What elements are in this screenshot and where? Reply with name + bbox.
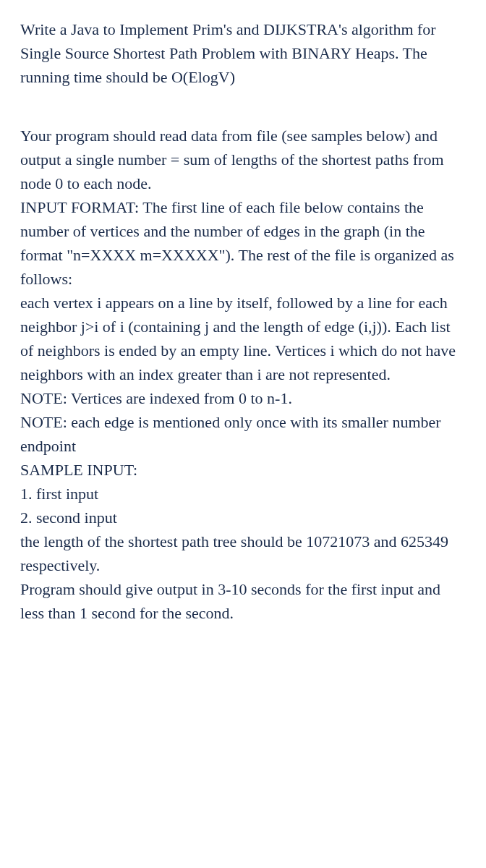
note1-paragraph: NOTE: Vertices are indexed from 0 to n-1… — [20, 386, 466, 410]
paragraph-spacer — [20, 89, 466, 124]
description-paragraph: Your program should read data from file … — [20, 124, 466, 195]
intro-paragraph: Write a Java to Implement Prim's and DIJ… — [20, 17, 466, 89]
sample1-paragraph: 1. first input — [20, 482, 466, 506]
vertex-description-paragraph: each vertex i appears on a line by itsel… — [20, 291, 466, 386]
timing-paragraph: Program should give output in 3-10 secon… — [20, 577, 466, 625]
sample2-paragraph: 2. second input — [20, 506, 466, 529]
sample-header-paragraph: SAMPLE INPUT: — [20, 458, 466, 482]
note2-paragraph: NOTE: each edge is mentioned only once w… — [20, 410, 466, 458]
input-format-paragraph: INPUT FORMAT: The first line of each fil… — [20, 195, 466, 291]
expected-output-paragraph: the length of the shortest path tree sho… — [20, 529, 466, 577]
